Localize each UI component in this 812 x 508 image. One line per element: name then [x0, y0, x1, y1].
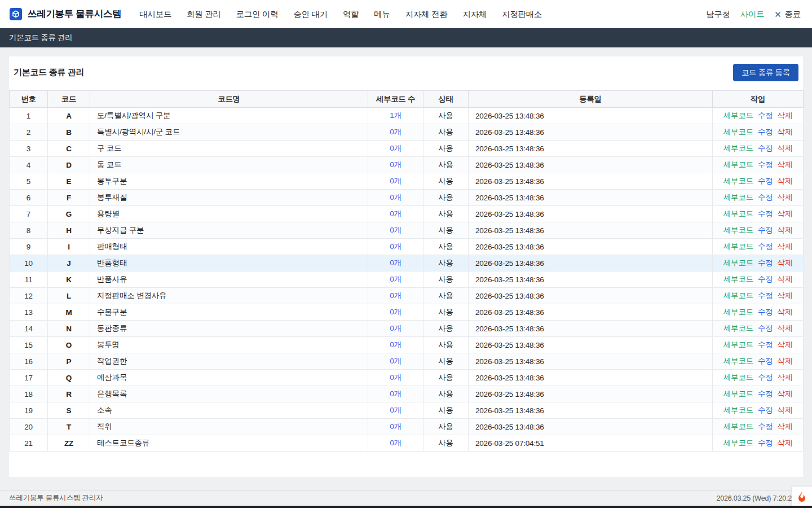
subcode-count-link[interactable]: 0개 — [390, 242, 401, 251]
nav-item-menu[interactable]: 메뉴 — [374, 9, 390, 20]
subcode-link[interactable]: 세부코드 — [723, 324, 753, 332]
delete-link[interactable]: 삭제 — [778, 406, 793, 414]
nav-item-dashboard[interactable]: 대시보드 — [139, 9, 171, 20]
subcode-count-link[interactable]: 0개 — [390, 357, 401, 365]
delete-link[interactable]: 삭제 — [778, 242, 793, 251]
edit-link[interactable]: 수정 — [758, 373, 773, 382]
delete-link[interactable]: 삭제 — [778, 177, 793, 185]
nav-item-login-history[interactable]: 로그인 이력 — [236, 9, 279, 20]
delete-link[interactable]: 삭제 — [778, 308, 793, 316]
nav-item-municipality[interactable]: 지자체 — [462, 9, 487, 20]
edit-link[interactable]: 수정 — [758, 209, 773, 218]
edit-link[interactable]: 수정 — [758, 340, 773, 349]
subcode-link[interactable]: 세부코드 — [723, 259, 753, 267]
subcode-count-link[interactable]: 0개 — [390, 324, 401, 332]
subcode-link[interactable]: 세부코드 — [723, 177, 753, 185]
nav-item-approval-pending[interactable]: 승인 대기 — [293, 9, 328, 20]
edit-link[interactable]: 수정 — [758, 275, 773, 283]
edit-link[interactable]: 수정 — [758, 193, 773, 202]
delete-link[interactable]: 삭제 — [778, 324, 793, 332]
subcode-link[interactable]: 세부코드 — [723, 160, 753, 169]
subcode-count-link[interactable]: 0개 — [390, 193, 401, 202]
delete-link[interactable]: 삭제 — [778, 160, 793, 169]
subcode-count-link[interactable]: 0개 — [390, 439, 401, 447]
subcode-link[interactable]: 세부코드 — [723, 373, 753, 382]
edit-link[interactable]: 수정 — [758, 406, 773, 414]
subcode-count-link[interactable]: 0개 — [390, 226, 401, 234]
edit-link[interactable]: 수정 — [758, 160, 773, 169]
delete-link[interactable]: 삭제 — [778, 128, 793, 136]
edit-link[interactable]: 수정 — [758, 111, 773, 120]
edit-link[interactable]: 수정 — [758, 357, 773, 365]
delete-link[interactable]: 삭제 — [778, 111, 793, 120]
delete-link[interactable]: 삭제 — [778, 209, 793, 218]
edit-link[interactable]: 수정 — [758, 144, 773, 152]
nav-item-members[interactable]: 회원 관리 — [187, 9, 221, 20]
subcode-link[interactable]: 세부코드 — [723, 242, 753, 251]
nav-item-municipality-switch[interactable]: 지자체 전환 — [405, 9, 448, 20]
subcode-count-link[interactable]: 0개 — [390, 209, 401, 218]
subcode-link[interactable]: 세부코드 — [723, 340, 753, 349]
nav-item-roles[interactable]: 역할 — [343, 9, 359, 20]
row-code-name: 봉투재질 — [90, 190, 368, 206]
delete-link[interactable]: 삭제 — [778, 144, 793, 152]
subcode-link[interactable]: 세부코드 — [723, 209, 753, 218]
subcode-count-link[interactable]: 0개 — [390, 177, 401, 185]
site-link[interactable]: 사이트 — [740, 9, 765, 20]
subcode-count-link[interactable]: 0개 — [390, 422, 401, 431]
subcode-link[interactable]: 세부코드 — [723, 422, 753, 431]
delete-link[interactable]: 삭제 — [778, 340, 793, 349]
edit-link[interactable]: 수정 — [758, 128, 773, 136]
edit-link[interactable]: 수정 — [758, 439, 773, 447]
card-title: 기본코드 종류 관리 — [14, 67, 84, 78]
subcode-link[interactable]: 세부코드 — [723, 275, 753, 283]
delete-link[interactable]: 삭제 — [778, 422, 793, 431]
edit-link[interactable]: 수정 — [758, 177, 773, 185]
subcode-count-link[interactable]: 0개 — [390, 340, 401, 349]
delete-link[interactable]: 삭제 — [778, 389, 793, 398]
subcode-count-link[interactable]: 0개 — [390, 144, 401, 152]
subcode-count-link[interactable]: 0개 — [390, 373, 401, 382]
subcode-count-link[interactable]: 0개 — [390, 275, 401, 283]
subcode-link[interactable]: 세부코드 — [723, 406, 753, 414]
edit-link[interactable]: 수정 — [758, 389, 773, 398]
subcode-link[interactable]: 세부코드 — [723, 226, 753, 234]
row-subcode-count-cell: 0개 — [368, 321, 423, 337]
edit-link[interactable]: 수정 — [758, 259, 773, 267]
subcode-count-link[interactable]: 0개 — [390, 406, 401, 414]
edit-link[interactable]: 수정 — [758, 242, 773, 251]
subcode-count-link[interactable]: 0개 — [390, 128, 401, 136]
subcode-count-link[interactable]: 0개 — [390, 308, 401, 316]
subcode-link[interactable]: 세부코드 — [723, 111, 753, 120]
delete-link[interactable]: 삭제 — [778, 291, 793, 300]
subcode-link[interactable]: 세부코드 — [723, 291, 753, 300]
subcode-count-link[interactable]: 0개 — [390, 259, 401, 267]
delete-link[interactable]: 삭제 — [778, 275, 793, 283]
nav-item-designated-stores[interactable]: 지정판매소 — [502, 9, 542, 20]
delete-link[interactable]: 삭제 — [778, 259, 793, 267]
edit-link[interactable]: 수정 — [758, 291, 773, 300]
subcode-count-link[interactable]: 0개 — [390, 389, 401, 398]
subcode-count-link[interactable]: 1개 — [390, 111, 401, 120]
delete-link[interactable]: 삭제 — [778, 439, 793, 447]
subcode-count-link[interactable]: 0개 — [390, 291, 401, 300]
subcode-count-link[interactable]: 0개 — [390, 160, 401, 169]
delete-link[interactable]: 삭제 — [778, 373, 793, 382]
register-code-type-button[interactable]: 코드 종류 등록 — [733, 64, 798, 81]
edit-link[interactable]: 수정 — [758, 226, 773, 234]
flame-icon[interactable] — [792, 487, 812, 507]
edit-link[interactable]: 수정 — [758, 324, 773, 332]
edit-link[interactable]: 수정 — [758, 308, 773, 316]
subcode-link[interactable]: 세부코드 — [723, 144, 753, 152]
subcode-link[interactable]: 세부코드 — [723, 357, 753, 365]
subcode-link[interactable]: 세부코드 — [723, 439, 753, 447]
subcode-link[interactable]: 세부코드 — [723, 193, 753, 202]
edit-link[interactable]: 수정 — [758, 422, 773, 431]
delete-link[interactable]: 삭제 — [778, 193, 793, 202]
subcode-link[interactable]: 세부코드 — [723, 308, 753, 316]
subcode-link[interactable]: 세부코드 — [723, 128, 753, 136]
delete-link[interactable]: 삭제 — [778, 357, 793, 365]
logout-link[interactable]: ✕ 종료 — [774, 9, 801, 20]
subcode-link[interactable]: 세부코드 — [723, 389, 753, 398]
delete-link[interactable]: 삭제 — [778, 226, 793, 234]
